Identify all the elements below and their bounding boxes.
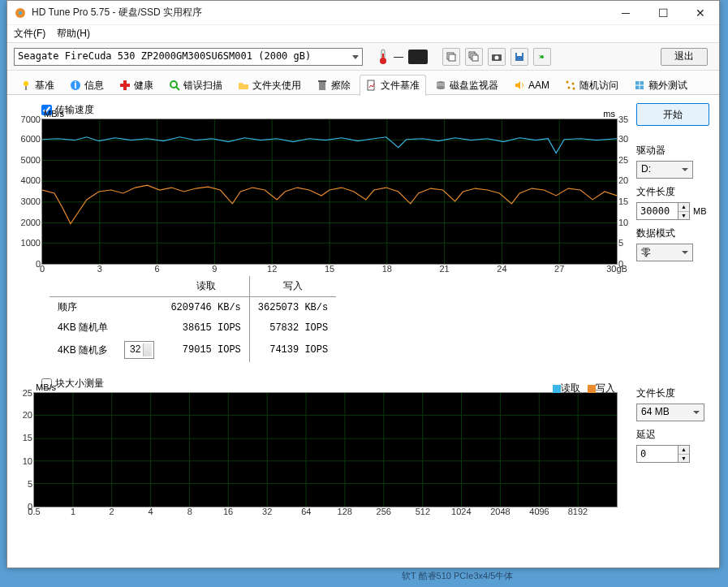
temp-dash: — — [394, 51, 403, 63]
screenshot-button[interactable] — [488, 48, 506, 66]
svg-point-30 — [572, 83, 575, 85]
blocksize-checkbox[interactable]: 块大小测量 — [41, 377, 623, 391]
svg-point-28 — [437, 86, 445, 89]
tab-extratests[interactable]: 额外测试 — [627, 75, 694, 96]
svg-rect-6 — [449, 54, 455, 61]
copy-all-button[interactable] — [465, 48, 483, 66]
datamode-label: 数据模式 — [636, 227, 709, 240]
save-button[interactable] — [510, 48, 528, 66]
titlebar[interactable]: HD Tune Pro 5.75 - 硬盘/SSD 实用程序 ─ ☐ ✕ — [7, 1, 719, 25]
svg-rect-9 — [472, 55, 478, 61]
tab-benchmark[interactable]: 基准 — [14, 75, 61, 96]
delay-label: 延迟 — [636, 428, 709, 442]
tab-aam[interactable]: AAM — [507, 76, 556, 94]
toolbar: Seagate FireCuda 530 ZP2000GM300SU6SM001… — [7, 43, 719, 71]
close-button[interactable]: ✕ — [682, 1, 719, 25]
chart2-legend: 读取 写入 — [548, 382, 615, 395]
svg-rect-20 — [120, 84, 130, 87]
datamode-dropdown[interactable]: 零 — [636, 244, 693, 261]
svg-rect-4 — [382, 54, 384, 61]
filelength2-label: 文件长度 — [636, 386, 709, 400]
thermometer-icon — [377, 49, 389, 65]
tab-erase[interactable]: 擦除 — [310, 75, 357, 96]
transfer-speed-checkbox[interactable]: 传输速度 — [41, 103, 623, 117]
tab-info[interactable]: i信息 — [63, 75, 110, 96]
drive-combobox[interactable]: Seagate FireCuda 530 ZP2000GM300SU6SM001… — [14, 48, 363, 66]
svg-point-11 — [495, 55, 499, 59]
menu-file[interactable]: 文件(F) — [14, 27, 45, 41]
blocksize-chart: MB/s 读取 写入 0 5 10 15 20 — [33, 392, 618, 507]
filelength2-dropdown[interactable]: 64 MB — [636, 404, 704, 421]
tabbar: 基准 i信息 健康 错误扫描 文件夹使用 擦除 文件基准 磁盘监视器 AAM 随… — [7, 71, 719, 95]
svg-point-32 — [573, 88, 575, 90]
content-pane: 传输速度 MB/s ms 0 1000 2000 — [7, 95, 719, 568]
taskbar-hint: 软T 酷睿510 PCIe3x4/5牛体 — [402, 570, 513, 582]
tab-randomaccess[interactable]: 随机访问 — [558, 75, 625, 96]
temp-bar — [408, 50, 428, 64]
svg-rect-24 — [318, 80, 326, 82]
filelength1-input[interactable]: ▲▼ — [636, 202, 690, 220]
tab-health[interactable]: 健康 — [113, 75, 160, 96]
svg-point-1 — [19, 11, 22, 15]
table-row: 4KB 随机多32▲▼79015 IOPS74139 IOPS — [50, 338, 336, 362]
svg-point-29 — [566, 81, 569, 84]
svg-point-21 — [170, 81, 177, 88]
maximize-button[interactable]: ☐ — [644, 1, 682, 25]
svg-line-22 — [176, 87, 179, 90]
chart1-unit-left: MB/s — [44, 109, 64, 119]
start-button[interactable]: 开始 — [636, 103, 709, 126]
svg-rect-16 — [25, 86, 27, 90]
transfer-speed-chart: MB/s ms 0 1000 2000 3000 4000 — [41, 119, 618, 265]
svg-point-15 — [24, 81, 28, 86]
chart1-unit-right: ms — [603, 109, 615, 119]
tab-folderusage[interactable]: 文件夹使用 — [231, 75, 308, 96]
minimize-button[interactable]: ─ — [607, 1, 644, 25]
menubar: 文件(F) 帮助(H) — [7, 25, 719, 43]
table-row: 4KB 随机单38615 IOPS57832 IOPS — [50, 317, 336, 338]
delay-input[interactable]: ▲▼ — [636, 445, 709, 463]
svg-text:i: i — [74, 80, 76, 91]
drive-letter-dropdown[interactable]: D: — [636, 161, 693, 179]
exit-button[interactable]: 退出 — [661, 48, 708, 66]
queue-depth-spinner[interactable]: 32▲▼ — [124, 341, 154, 359]
svg-rect-23 — [319, 82, 325, 90]
copy-button[interactable] — [442, 48, 460, 66]
app-window: HD Tune Pro 5.75 - 硬盘/SSD 实用程序 ─ ☐ ✕ 文件(… — [6, 0, 720, 568]
tab-filebenchmark[interactable]: 文件基准 — [360, 75, 426, 96]
results-table: 读取写入 顺序6209746 KB/s3625073 KB/s 4KB 随机单3… — [50, 276, 623, 362]
tab-diskmonitor[interactable]: 磁盘监视器 — [429, 75, 505, 96]
svg-point-31 — [568, 87, 571, 89]
svg-rect-13 — [517, 53, 522, 56]
table-row: 顺序6209746 KB/s3625073 KB/s — [50, 297, 336, 318]
app-icon — [14, 6, 27, 19]
tab-errorscan[interactable]: 错误扫描 — [162, 75, 229, 96]
filelength1-label: 文件长度 — [636, 185, 709, 199]
drive-label: 驱动器 — [636, 144, 709, 158]
settings-button[interactable] — [533, 48, 551, 66]
window-title: HD Tune Pro 5.75 - 硬盘/SSD 实用程序 — [32, 6, 607, 19]
side-panel: 开始 驱动器 D: 文件长度 ▲▼ MB 数据模式 零 文件长度 64 MB 延… — [636, 103, 709, 509]
menu-help[interactable]: 帮助(H) — [57, 27, 90, 41]
chart2-unit-left: MB/s — [36, 382, 56, 392]
